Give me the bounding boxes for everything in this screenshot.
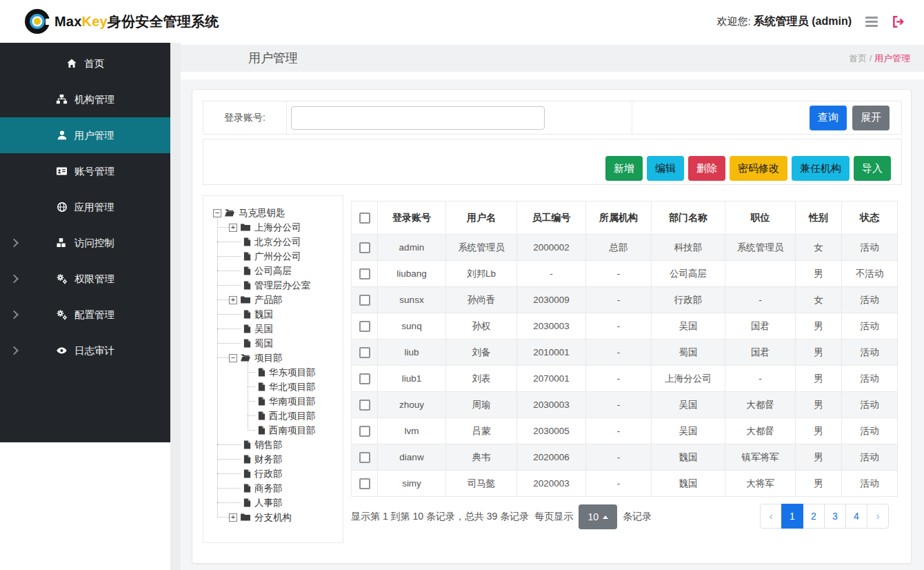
tree-node-label[interactable]: 分支机构 xyxy=(254,511,292,524)
login-account-input[interactable] xyxy=(291,106,545,130)
table-cell: - xyxy=(586,418,652,444)
table-cell: lvm xyxy=(378,418,446,444)
table-row[interactable]: sunsx孙尚香2030009-行政部-女活动 xyxy=(352,287,898,313)
change-password-button[interactable]: 密码修改 xyxy=(730,156,787,181)
row-checkbox[interactable] xyxy=(359,400,370,411)
tree-node-label[interactable]: 产品部 xyxy=(254,294,283,306)
page-size-dropdown[interactable]: 10 xyxy=(579,504,617,529)
tree-toggle[interactable]: + xyxy=(229,296,237,304)
main-card: 登录账号: 查询 展开 新增编辑删除密码修改兼任机构导入 −马克思钥匙+上海分公… xyxy=(192,89,912,564)
concurrent-org-button[interactable]: 兼任机构 xyxy=(792,156,850,181)
tree-node-label[interactable]: 上海分公司 xyxy=(254,222,301,234)
tree-node-label[interactable]: 魏国 xyxy=(254,308,273,321)
table-row[interactable]: sunq孙权2030003-吴国国君男活动 xyxy=(352,313,898,340)
tree-connector xyxy=(217,459,241,460)
table-cell: liub xyxy=(378,340,446,366)
tree-node: 财务部 xyxy=(217,452,343,466)
row-checkbox-cell xyxy=(352,313,378,340)
table-cell: 总部 xyxy=(586,235,652,261)
file-icon xyxy=(258,397,265,406)
table-row[interactable]: liub刘备2010001-蜀国国君男活动 xyxy=(352,340,898,366)
sidebar-item-home[interactable]: 首页 xyxy=(0,46,170,81)
brand-icon xyxy=(25,9,50,34)
tree-node: 华北项目部 xyxy=(248,380,343,394)
breadcrumb-home[interactable]: 首页 xyxy=(849,53,867,63)
add-button[interactable]: 新增 xyxy=(605,156,643,181)
cogs-icon xyxy=(56,273,68,284)
row-checkbox[interactable] xyxy=(359,242,370,253)
tree-node-label[interactable]: 马克思钥匙 xyxy=(239,207,285,219)
row-checkbox[interactable] xyxy=(359,478,370,489)
tree-toggle[interactable]: − xyxy=(229,354,237,362)
import-button[interactable]: 导入 xyxy=(854,156,891,181)
row-checkbox[interactable] xyxy=(359,373,370,384)
table-cell: 活动 xyxy=(842,444,898,471)
tree-node-label[interactable]: 吴国 xyxy=(254,323,273,335)
table-row[interactable]: liubang刘邦Lb--公司高层男不活动 xyxy=(352,261,898,287)
tree-node-label[interactable]: 西北项目部 xyxy=(269,410,316,422)
tree-node-label[interactable]: 北京分公司 xyxy=(254,236,301,248)
sidebar-item-audit[interactable]: 日志审计 xyxy=(0,333,170,368)
tree-node-label[interactable]: 商务部 xyxy=(254,482,283,495)
tree-node-label[interactable]: 华北项目部 xyxy=(269,381,316,393)
table-row[interactable]: admin系统管理员2000002总部科技部系统管理员女活动 xyxy=(352,235,898,261)
file-icon xyxy=(243,252,251,261)
tree-node-label[interactable]: 财务部 xyxy=(254,453,283,466)
tree-node-label[interactable]: 公司高层 xyxy=(254,265,292,277)
prev-page-button[interactable]: ‹ xyxy=(760,504,782,529)
table-row[interactable]: liub1刘表2070001-上海分公司-男活动 xyxy=(352,366,898,392)
page-button-4[interactable]: 4 xyxy=(845,504,867,529)
sidebar-scrollbar[interactable] xyxy=(170,43,181,570)
table-row[interactable]: zhouy周瑜2030003-吴国大都督男活动 xyxy=(352,392,898,418)
sidebar-item-org[interactable]: 机构管理 xyxy=(0,81,170,117)
tree-node-label[interactable]: 管理层办公室 xyxy=(254,279,310,292)
tree-node-label[interactable]: 西南项目部 xyxy=(269,424,316,437)
row-checkbox[interactable] xyxy=(359,426,370,437)
sidebar-item-access[interactable]: 访问控制 xyxy=(0,225,170,261)
table-cell: 大都督 xyxy=(725,392,796,418)
next-page-button[interactable]: › xyxy=(867,504,889,529)
menu-toggle-icon[interactable] xyxy=(863,14,880,29)
sidebar-item-user[interactable]: 用户管理 xyxy=(0,117,170,153)
breadcrumb-current: 用户管理 xyxy=(874,53,910,63)
sidebar-item-app[interactable]: 应用管理 xyxy=(0,189,170,225)
tree-node-label[interactable]: 蜀国 xyxy=(254,337,273,350)
sidebar-item-label: 权限管理 xyxy=(74,273,114,286)
delete-button[interactable]: 删除 xyxy=(688,156,725,181)
table-row[interactable]: dianw典韦2020006-魏国镇军将军男活动 xyxy=(352,444,898,471)
tree-node-label[interactable]: 华东项目部 xyxy=(269,366,316,379)
query-button[interactable]: 查询 xyxy=(810,106,847,130)
row-checkbox[interactable] xyxy=(359,347,370,358)
sidebar-item-account[interactable]: 账号管理 xyxy=(0,153,170,189)
edit-button[interactable]: 编辑 xyxy=(647,156,684,181)
table-row[interactable]: lvm吕蒙2030005-吴国大都督男活动 xyxy=(352,418,898,444)
sidebar-item-config[interactable]: 配置管理 xyxy=(0,297,170,333)
table-cell: 男 xyxy=(796,366,842,392)
page-button-2[interactable]: 2 xyxy=(803,504,825,529)
table-row[interactable]: simy司马懿2020003-魏国大将军男活动 xyxy=(352,471,898,497)
row-checkbox[interactable] xyxy=(359,321,370,332)
tree-toggle[interactable]: + xyxy=(229,513,237,522)
tree-node: −马克思钥匙 xyxy=(213,206,343,220)
tree-node-label[interactable]: 行政部 xyxy=(254,468,283,480)
page-button-3[interactable]: 3 xyxy=(824,504,846,529)
row-checkbox[interactable] xyxy=(359,295,370,306)
page-button-1[interactable]: 1 xyxy=(781,504,803,529)
row-checkbox[interactable] xyxy=(359,452,370,463)
select-all-checkbox[interactable] xyxy=(359,213,370,224)
tree-node-label[interactable]: 项目部 xyxy=(254,352,283,364)
table-cell: 2000002 xyxy=(517,235,586,261)
tree-node-label[interactable]: 华南项目部 xyxy=(269,395,316,408)
tree-node-label[interactable]: 广州分公司 xyxy=(254,250,301,263)
tree-toggle[interactable]: + xyxy=(229,224,237,232)
row-checkbox[interactable] xyxy=(359,268,370,279)
file-icon xyxy=(243,281,251,290)
table-cell: 男 xyxy=(796,261,842,287)
logout-icon[interactable] xyxy=(892,15,905,28)
sidebar-item-perm[interactable]: 权限管理 xyxy=(0,261,170,297)
tree-node-label[interactable]: 销售部 xyxy=(254,439,283,451)
table-cell: - xyxy=(725,366,796,392)
tree-toggle[interactable]: − xyxy=(213,209,221,217)
tree-node-label[interactable]: 人事部 xyxy=(254,497,283,509)
expand-button[interactable]: 展开 xyxy=(852,106,890,130)
